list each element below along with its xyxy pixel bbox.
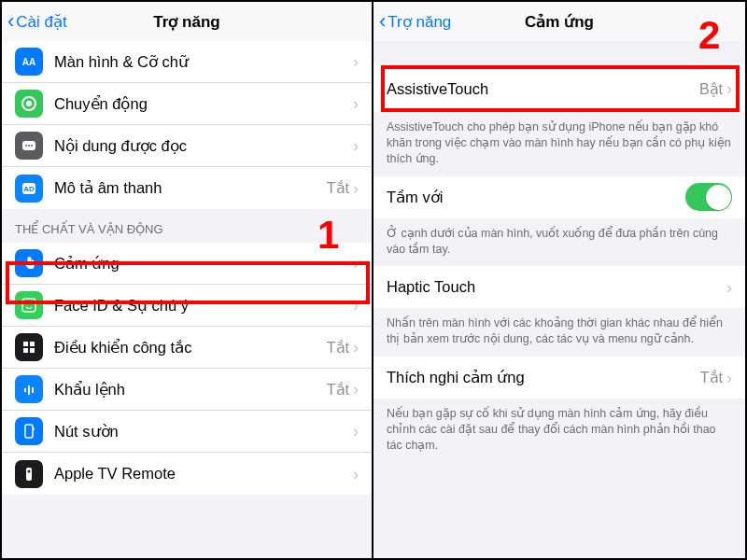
svg-rect-14: [30, 348, 35, 353]
row-audio-descriptions[interactable]: AD Mô tả âm thanh Tắt ›: [2, 167, 372, 209]
chevron-left-icon: ‹: [379, 11, 386, 32]
row-label: Màn hình & Cỡ chữ: [54, 53, 353, 71]
chevron-right-icon: ›: [353, 466, 359, 483]
page-title: Trợ năng: [153, 12, 219, 32]
back-label: Trợ năng: [388, 12, 451, 32]
assistivetouch-description: AssistiveTouch cho phép bạn sử dụng iPho…: [374, 112, 745, 176]
chevron-right-icon: ›: [726, 370, 732, 386]
svg-point-3: [25, 145, 27, 147]
faceid-icon: [15, 291, 43, 319]
haptic-description: Nhấn trên màn hình với các khoảng thời g…: [374, 308, 745, 357]
group-touch-accommodations: Thích nghi cảm ứng Tắt ›: [374, 357, 745, 399]
row-label: Nội dung được đọc: [54, 137, 353, 155]
group-assistivetouch: AssistiveTouch Bật ›: [374, 65, 745, 112]
row-status: Tắt: [700, 369, 723, 386]
row-label: Mô tả âm thanh: [54, 179, 327, 197]
left-panel: ‹ Cài đặt Trợ năng AA Màn hình & Cỡ chữ …: [2, 2, 373, 558]
svg-point-1: [26, 101, 32, 106]
speech-icon: [15, 132, 43, 160]
row-status: Tắt: [327, 179, 349, 197]
svg-rect-15: [24, 388, 26, 392]
svg-rect-11: [23, 342, 28, 346]
svg-rect-13: [23, 348, 28, 353]
svg-point-21: [28, 469, 31, 472]
svg-rect-12: [30, 342, 35, 346]
page-title: Cảm ứng: [525, 12, 594, 32]
audio-desc-icon: AD: [15, 175, 43, 203]
row-status: Bật: [699, 80, 723, 98]
row-label: Điều khiển công tắc: [54, 339, 327, 357]
svg-rect-18: [25, 425, 33, 438]
row-haptic-touch[interactable]: Haptic Touch ›: [374, 266, 745, 308]
svg-point-9: [26, 302, 28, 304]
chevron-left-icon: ‹: [7, 11, 14, 32]
row-voice-control[interactable]: Khẩu lệnh Tắt ›: [2, 369, 372, 411]
row-label: AssistiveTouch: [387, 80, 699, 98]
row-label: Tầm với: [387, 189, 685, 206]
row-label: Apple TV Remote: [54, 465, 353, 483]
chevron-right-icon: ›: [353, 137, 359, 154]
chevron-right-icon: ›: [353, 423, 359, 440]
row-label: Cảm ứng: [54, 255, 353, 273]
back-button-accessibility[interactable]: ‹ Trợ năng: [379, 11, 451, 32]
svg-text:AD: AD: [23, 185, 35, 193]
chevron-right-icon: ›: [353, 339, 359, 356]
chevron-right-icon: ›: [353, 180, 359, 197]
svg-point-5: [31, 145, 33, 147]
row-switch-control[interactable]: Điều khiển công tắc Tắt ›: [2, 327, 372, 369]
annotation-badge-1: 1: [317, 213, 339, 258]
reachability-toggle[interactable]: [685, 183, 732, 211]
row-display-text-size[interactable]: AA Màn hình & Cỡ chữ ›: [2, 41, 372, 83]
chevron-right-icon: ›: [726, 279, 732, 296]
text-size-icon: AA: [15, 48, 43, 76]
navbar-accessibility: ‹ Cài đặt Trợ năng: [2, 2, 372, 41]
row-label: Haptic Touch: [387, 278, 726, 296]
group-vision: AA Màn hình & Cỡ chữ › Chuyển động › Nội…: [2, 41, 372, 209]
svg-rect-19: [33, 427, 35, 430]
chevron-right-icon: ›: [353, 255, 359, 272]
navbar-touch: ‹ Trợ năng Cảm ứng: [374, 2, 745, 41]
back-label: Cài đặt: [16, 12, 66, 32]
chevron-right-icon: ›: [353, 53, 359, 70]
group-physical: Cảm ứng › Face ID & Sự chú ý › Điều khiể…: [2, 243, 372, 495]
row-side-button[interactable]: Nút sườn ›: [2, 411, 372, 453]
row-touch[interactable]: Cảm ứng ›: [2, 243, 372, 285]
row-label: Face ID & Sự chú ý: [54, 297, 353, 315]
chevron-right-icon: ›: [353, 95, 359, 112]
row-touch-accommodations[interactable]: Thích nghi cảm ứng Tắt ›: [374, 357, 745, 399]
right-panel: ‹ Trợ năng Cảm ứng AssistiveTouch Bật › …: [374, 2, 745, 558]
switch-icon: [15, 333, 43, 361]
chevron-right-icon: ›: [353, 381, 359, 398]
svg-point-10: [30, 302, 32, 304]
svg-rect-8: [22, 299, 35, 312]
touch-icon: [15, 249, 43, 277]
group-haptic: Haptic Touch ›: [374, 266, 745, 308]
chevron-right-icon: ›: [726, 80, 732, 97]
svg-rect-17: [32, 387, 34, 393]
row-status: Tắt: [327, 339, 349, 357]
appletv-icon: [15, 460, 43, 488]
reachability-description: Ở cạnh dưới của màn hình, vuốt xuống để …: [374, 218, 745, 267]
svg-rect-20: [26, 468, 32, 481]
group-reachability: Tầm với: [374, 176, 745, 218]
motion-icon: [15, 90, 43, 118]
section-header-physical: THỂ CHẤT VÀ VẬN ĐỘNG: [2, 209, 372, 243]
row-label: Chuyển động: [54, 95, 353, 113]
voice-icon: [15, 375, 43, 403]
back-button-settings[interactable]: ‹ Cài đặt: [7, 11, 67, 32]
chevron-right-icon: ›: [353, 297, 359, 314]
accommodations-description: Nếu bạn gặp sự cố khi sử dụng màn hình c…: [374, 399, 745, 463]
svg-point-4: [28, 145, 30, 147]
side-button-icon: [15, 417, 43, 445]
row-label: Khẩu lệnh: [54, 381, 327, 399]
row-status: Tắt: [327, 381, 349, 399]
row-reachability[interactable]: Tầm với: [374, 176, 745, 218]
row-assistivetouch[interactable]: AssistiveTouch Bật ›: [374, 65, 745, 112]
row-apple-tv-remote[interactable]: Apple TV Remote ›: [2, 453, 372, 495]
row-label: Nút sườn: [54, 423, 353, 441]
row-motion[interactable]: Chuyển động ›: [2, 83, 372, 125]
row-label: Thích nghi cảm ứng: [387, 369, 700, 386]
annotation-badge-2: 2: [698, 13, 720, 58]
row-faceid[interactable]: Face ID & Sự chú ý ›: [2, 285, 372, 327]
row-spoken-content[interactable]: Nội dung được đọc ›: [2, 125, 372, 167]
